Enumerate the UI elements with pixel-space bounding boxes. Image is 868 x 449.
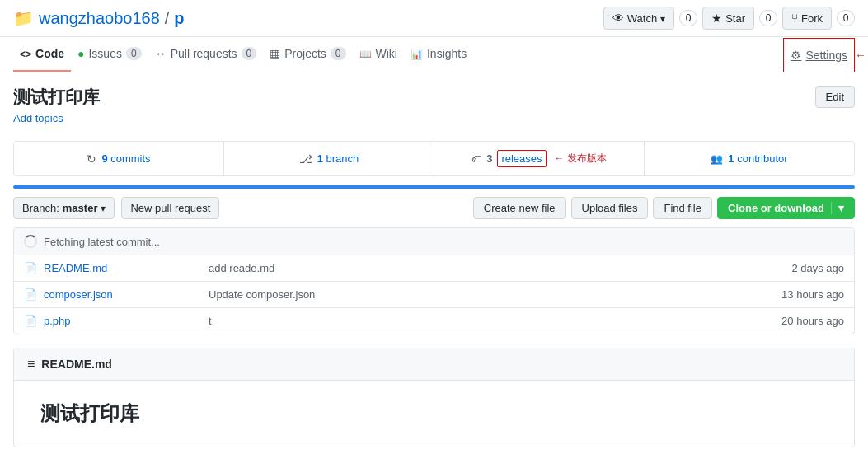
file-link[interactable]: composer.json — [44, 288, 113, 301]
clone-button[interactable]: Clone or download ▾ — [717, 197, 855, 219]
fork-button[interactable]: Fork — [782, 7, 832, 30]
upload-files-button[interactable]: Upload files — [571, 197, 649, 219]
file-time: 20 hours ago — [745, 315, 844, 327]
watch-button[interactable]: Watch — [603, 7, 674, 30]
tab-projects-label: Projects — [284, 47, 326, 60]
branch-stat[interactable]: 1 branch — [224, 142, 434, 175]
tab-code-label: Code — [35, 47, 64, 60]
file-link[interactable]: README.md — [44, 262, 107, 274]
readme-section: README.md 测试打印库 — [13, 348, 855, 447]
tab-insights[interactable]: Insights — [404, 37, 473, 72]
tab-code[interactable]: Code — [13, 37, 71, 72]
commits-icon — [87, 152, 96, 166]
file-commit: add reade.md — [209, 262, 745, 274]
commits-stat[interactable]: 9 commits — [14, 142, 224, 175]
watch-label: Watch — [627, 12, 657, 25]
star-label: Star — [725, 12, 745, 25]
branch-file-bar: Branch: master New pull request Create n… — [13, 189, 855, 227]
star-button[interactable]: Star — [702, 7, 754, 30]
commits-link[interactable]: 9 commits — [101, 152, 150, 165]
settings-annotation: 设置composer自动更新 — [855, 48, 868, 62]
file-link[interactable]: p.php — [44, 315, 71, 327]
issues-badge: 0 — [126, 47, 142, 60]
commits-count: 9 — [101, 152, 107, 165]
repo-link[interactable]: p — [174, 9, 184, 28]
file-time: 13 hours ago — [745, 288, 844, 301]
branch-link[interactable]: 1 branch — [317, 152, 359, 165]
repo-desc-row: 测试打印库 Add topics Edit — [13, 72, 855, 131]
file-commit: Update composer.json — [209, 288, 745, 301]
separator: / — [165, 9, 170, 28]
tab-wiki[interactable]: Wiki — [353, 37, 404, 72]
file-icon: 📄 — [24, 288, 37, 301]
tab-issues[interactable]: Issues 0 — [71, 37, 148, 72]
stats-bar: 9 commits 1 branch 3 releases ← 发布版本 1 c… — [13, 141, 855, 176]
file-time: 2 days ago — [745, 262, 844, 274]
file-name: README.md — [44, 262, 209, 274]
branch-icon — [299, 152, 312, 166]
tab-wiki-label: Wiki — [376, 47, 397, 60]
file-icon: 📄 — [24, 315, 37, 327]
new-pr-button[interactable]: New pull request — [121, 197, 219, 219]
releases-count: 3 — [486, 152, 492, 165]
tab-pull-requests[interactable]: Pull requests 0 — [148, 37, 264, 72]
find-file-button[interactable]: Find file — [653, 197, 712, 219]
watch-chevron — [660, 12, 665, 25]
tab-pr-label: Pull requests — [171, 47, 237, 60]
readme-header: README.md — [14, 348, 854, 381]
contributor-stat[interactable]: 1 contributor — [645, 142, 854, 175]
add-topics-link[interactable]: Add topics — [13, 112, 63, 124]
content-area: 测试打印库 Add topics Edit 9 commits 1 branch… — [0, 72, 868, 447]
tab-settings-label: Settings — [805, 49, 847, 62]
tab-settings[interactable]: Settings — [783, 38, 855, 72]
repo-nav: Code Issues 0 Pull requests 0 Projects 0… — [0, 37, 868, 72]
repo-desc: 测试打印库 Add topics — [13, 86, 100, 124]
star-icon — [711, 12, 722, 25]
repo-actions: Watch 0 Star 0 Fork 0 — [603, 7, 855, 30]
fork-icon — [791, 12, 798, 25]
table-row: 📄 README.md add reade.md 2 days ago — [14, 255, 854, 282]
contributor-count: 1 — [728, 152, 734, 165]
readme-heading: 测试打印库 — [40, 400, 828, 427]
branch-label: Branch: — [22, 202, 59, 214]
branch-left: Branch: master New pull request — [13, 197, 219, 219]
project-icon — [270, 47, 280, 60]
repo-icon: 📁 — [13, 8, 34, 28]
readme-title: README.md — [41, 358, 112, 371]
releases-stat[interactable]: 3 releases ← 发布版本 — [434, 142, 645, 175]
star-count: 0 — [759, 10, 777, 26]
eye-icon — [612, 12, 624, 25]
pr-icon — [155, 47, 167, 60]
readme-content: 测试打印库 — [14, 381, 854, 447]
file-name: p.php — [44, 315, 209, 327]
code-icon — [20, 47, 31, 60]
file-icon: 📄 — [24, 262, 37, 274]
edit-button[interactable]: Edit — [815, 86, 855, 108]
tab-insights-label: Insights — [427, 47, 467, 60]
releases-annotation: ← 发布版本 — [555, 152, 607, 166]
table-row: 📄 composer.json Update composer.json 13 … — [14, 282, 854, 308]
readme-icon — [27, 357, 35, 372]
clone-label: Clone or download — [728, 202, 824, 214]
wiki-icon — [359, 47, 372, 60]
owner-link[interactable]: wangzhaobo168 — [39, 9, 160, 28]
repo-description: 测试打印库 — [13, 86, 100, 109]
branch-selector[interactable]: Branch: master — [13, 197, 115, 219]
people-icon — [711, 152, 723, 165]
loading-spinner — [24, 235, 37, 248]
create-file-button[interactable]: Create new file — [473, 197, 566, 219]
fork-count: 0 — [837, 10, 855, 26]
contributor-link[interactable]: 1 contributor — [728, 152, 787, 165]
commit-message: Fetching latest commit... — [44, 236, 160, 248]
branch-chevron — [101, 202, 106, 214]
clone-chevron: ▾ — [831, 202, 844, 214]
commit-loading-row: Fetching latest commit... — [14, 228, 854, 255]
tab-projects[interactable]: Projects 0 — [263, 37, 352, 72]
tab-issues-label: Issues — [88, 47, 121, 60]
releases-link[interactable]: releases — [497, 150, 546, 167]
file-commit: t — [209, 315, 745, 327]
contributor-label: contributor — [737, 152, 787, 165]
file-name: composer.json — [44, 288, 209, 301]
commits-label: commits — [110, 152, 150, 165]
gear-icon — [791, 49, 801, 62]
